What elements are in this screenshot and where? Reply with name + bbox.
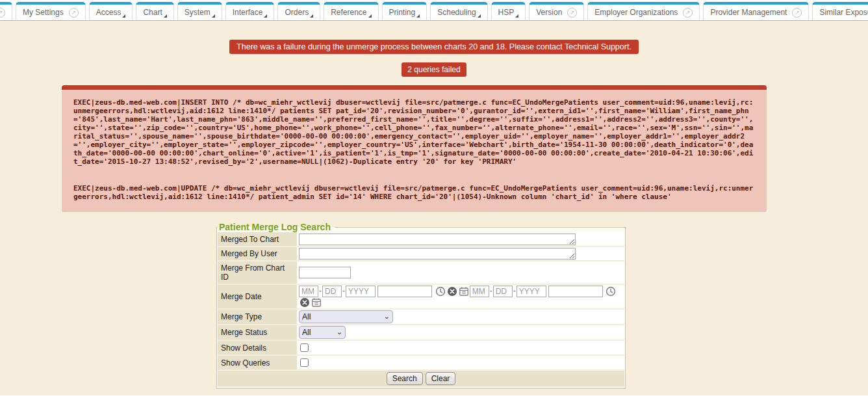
dropdown-corner-icon: [212, 14, 215, 18]
date-separator: -: [513, 286, 516, 295]
admin-tab-bar: ↗ My Settings ↗ Access Chart System Inte…: [0, 0, 868, 21]
tab-label: Orders: [285, 8, 309, 17]
merge-type-label: Merge Type: [218, 309, 297, 325]
merge-status-label: Merge Status: [218, 325, 297, 340]
merge-date-end-day-input[interactable]: [493, 286, 513, 297]
tab-reference[interactable]: Reference: [324, 2, 378, 20]
tab-label: Similar Exposure Groups (SEGs): [819, 8, 868, 17]
dropdown-corner-icon: [264, 14, 267, 18]
tab-provider-management[interactable]: Provider Management ↗: [703, 2, 809, 20]
merge-date-start-day-input[interactable]: [322, 286, 342, 297]
tab-label: HSP: [498, 8, 515, 17]
show-queries-label: Show Queries: [218, 355, 297, 370]
clock-icon[interactable]: [606, 286, 616, 297]
tab-label: Version: [536, 8, 562, 17]
merged-by-user-label: Merged By User: [218, 247, 297, 261]
form-row-merge-status: Merge Status All⌄: [218, 325, 624, 340]
sql-error-box-body: EXEC|zeus-db.med-web.com|INSERT INTO /* …: [62, 90, 767, 212]
form-row-merge-date: Merge Date -- --: [218, 284, 624, 309]
form-row-show-queries: Show Queries: [218, 355, 624, 370]
failed-query-1: EXEC|zeus-db.med-web.com|INSERT INTO /* …: [73, 98, 755, 166]
form-row-merge-from-chart-id: Merge From Chart ID: [218, 261, 624, 284]
merged-by-user-input[interactable]: [299, 248, 576, 260]
clear-date-icon[interactable]: [447, 286, 457, 297]
clock-icon[interactable]: [435, 286, 446, 297]
dropdown-corner-icon: [515, 14, 518, 18]
merge-date-label: Merge Date: [218, 284, 297, 309]
tab-label: Provider Management: [710, 8, 787, 17]
date-separator: -: [342, 286, 345, 295]
popout-icon[interactable]: ↗: [683, 8, 693, 18]
patient-merge-log-search-form: Patient Merge Log Search Merged To Chart…: [216, 222, 626, 389]
tab-my-settings[interactable]: My Settings ↗: [16, 2, 86, 20]
merge-date-end-month-input[interactable]: [470, 286, 489, 297]
merge-type-select[interactable]: All: [299, 310, 393, 323]
form-title: Patient Merge Log Search: [218, 222, 335, 232]
popout-icon[interactable]: ↗: [567, 8, 577, 18]
tab-employer-organizations[interactable]: Employer Organizations ↗: [587, 2, 700, 20]
clear-button[interactable]: Clear: [426, 372, 456, 385]
merged-to-chart-label: Merged To Chart: [218, 232, 297, 247]
tab-printing[interactable]: Printing: [382, 2, 428, 20]
sql-error-box: EXEC|zeus-db.med-web.com|INSERT INTO /* …: [62, 85, 767, 212]
dropdown-corner-icon: [478, 14, 481, 18]
merge-date-start-month-input[interactable]: [299, 286, 318, 297]
tab-orders[interactable]: Orders: [277, 2, 320, 20]
failed-query-2: EXEC|zeus-db.med-web.com|UPDATE /* db=wc…: [73, 184, 755, 201]
merge-date-end-year-input[interactable]: [517, 286, 546, 297]
tab-label: My Settings: [23, 8, 64, 17]
merge-date-start-time-input[interactable]: [377, 286, 432, 297]
tab-hsp[interactable]: HSP: [491, 2, 526, 20]
queries-failed-badge: 2 queries failed: [402, 62, 466, 77]
dropdown-corner-icon: [164, 14, 167, 18]
tab-label: Chart: [143, 8, 162, 17]
date-separator: -: [319, 286, 322, 295]
tab-scheduling[interactable]: Scheduling: [430, 2, 487, 20]
clear-date-icon[interactable]: [300, 297, 310, 308]
merge-status-select[interactable]: All: [299, 326, 346, 339]
dropdown-corner-icon: [368, 14, 372, 18]
merge-date-end-time-input[interactable]: [548, 286, 603, 297]
tab-label: Reference: [331, 8, 366, 17]
dropdown-corner-icon: [310, 14, 313, 18]
dropdown-corner-icon: [416, 14, 420, 18]
dropdown-corner-icon: [122, 14, 125, 18]
merge-from-chart-id-input[interactable]: [299, 267, 351, 278]
show-queries-checkbox[interactable]: [300, 358, 309, 367]
form-row-merged-to-chart: Merged To Chart: [218, 232, 624, 247]
date-separator: -: [490, 286, 492, 295]
tab-label: System: [185, 8, 211, 17]
form-row-buttons: SearchClear: [218, 370, 624, 387]
tab-label: Interface: [233, 8, 263, 17]
popout-icon[interactable]: ↗: [792, 8, 802, 18]
tab-chart[interactable]: Chart: [136, 2, 173, 20]
tab-interface[interactable]: Interface: [225, 2, 275, 20]
calendar-icon[interactable]: [311, 297, 322, 308]
unmerge-failure-banner: There was a failure during the unmerge p…: [229, 40, 639, 54]
tab-similar-exposure-groups[interactable]: Similar Exposure Groups (SEGs) ↗: [812, 2, 868, 20]
tab-label: Employer Organizations: [594, 8, 678, 17]
merge-from-chart-id-label: Merge From Chart ID: [218, 261, 297, 284]
tab-label: Access: [96, 8, 121, 17]
search-button[interactable]: Search: [387, 372, 423, 385]
popout-icon[interactable]: ↗: [69, 8, 79, 18]
page-content: There was a failure during the unmerge p…: [0, 21, 868, 395]
tab-version[interactable]: Version ↗: [529, 2, 584, 20]
popout-icon[interactable]: ↗: [0, 8, 5, 18]
sql-error-box-header-bar: [62, 85, 767, 90]
form-row-merged-by-user: Merged By User: [218, 247, 624, 261]
tab-label: Scheduling: [437, 8, 476, 17]
calendar-icon[interactable]: [459, 286, 469, 297]
tab-cutoff-left[interactable]: ↗: [0, 2, 12, 20]
form-row-show-details: Show Details: [218, 340, 624, 355]
tab-label: Printing: [389, 8, 416, 17]
merge-date-start-year-input[interactable]: [346, 286, 376, 297]
form-row-merge-type: Merge Type All⌄: [218, 309, 624, 325]
show-details-checkbox[interactable]: [300, 343, 309, 352]
tab-access[interactable]: Access: [89, 2, 133, 20]
tab-system[interactable]: System: [177, 2, 222, 20]
show-details-label: Show Details: [218, 340, 297, 355]
merged-to-chart-input[interactable]: [299, 234, 576, 245]
